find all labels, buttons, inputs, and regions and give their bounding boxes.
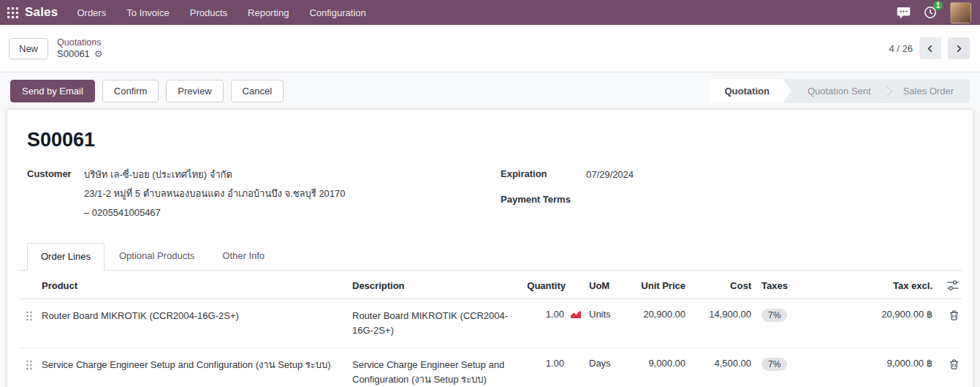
product-cell[interactable]: Router Board MIKROTIK (CCR2004-16G-2S+)	[40, 309, 351, 323]
order-lines-header: Product Description Quantity UoM Unit Pr…	[18, 271, 962, 299]
status-step-quotation[interactable]: Quotation	[709, 79, 791, 103]
customer-field[interactable]: บริษัท เล-ซี่-บอย (ประเทศไทย) จำกัด 23/1…	[84, 168, 346, 220]
description-cell[interactable]: Service Charge Engineer Setup and Config…	[351, 358, 519, 387]
confirm-button[interactable]: Confirm	[102, 80, 159, 102]
cost-cell[interactable]: 14,900.00	[687, 309, 753, 320]
pager-next-button[interactable]	[948, 37, 970, 59]
activity-clock-icon[interactable]: 1	[924, 6, 937, 19]
drag-handle-icon[interactable]	[18, 309, 40, 322]
breadcrumb: Quotations S00061 ⚙	[57, 37, 102, 59]
col-taxes: Taxes	[753, 280, 805, 291]
user-avatar[interactable]	[950, 2, 971, 23]
messages-icon[interactable]	[897, 7, 911, 19]
optional-columns-icon[interactable]	[934, 280, 962, 290]
payment-terms-label: Payment Terms	[501, 193, 586, 205]
order-line-row[interactable]: Router Board MIKROTIK (CCR2004-16G-2S+) …	[18, 299, 962, 348]
cancel-button[interactable]: Cancel	[231, 80, 284, 102]
col-product: Product	[40, 280, 351, 291]
notebook-tabs: Order Lines Optional Products Other Info	[18, 243, 962, 271]
form-sheet: S00061 Customer บริษัท เล-ซี่-บอย (ประเท…	[7, 110, 973, 387]
delete-row-icon[interactable]	[934, 309, 962, 320]
quantity-cell[interactable]: 1.00	[519, 358, 583, 369]
tab-optional-products[interactable]: Optional Products	[106, 243, 208, 271]
customer-name[interactable]: บริษัท เล-ซี่-บอย (ประเทศไทย) จำกัด	[84, 169, 232, 180]
tax-excl-cell: 9,000.00 ฿	[805, 358, 934, 369]
customer-registration: – 0205541005467	[84, 206, 346, 220]
unit-price-cell[interactable]: 20,900.00	[634, 309, 687, 320]
product-cell[interactable]: Service Charge Engineer Setup and Config…	[40, 358, 351, 372]
pager-prev-button[interactable]	[919, 37, 941, 59]
send-by-email-button[interactable]: Send by Email	[10, 80, 95, 102]
statusbar: Quotation Quotation Sent Sales Order	[709, 79, 970, 103]
main-menu: Orders To Invoice Products Reporting Con…	[77, 7, 897, 18]
chevron-left-icon	[927, 45, 934, 53]
nav-configuration[interactable]: Configuration	[309, 7, 365, 18]
quantity-value[interactable]: 1.00	[546, 309, 564, 320]
tax-excl-cell: 20,900.00 ฿	[805, 309, 934, 320]
unit-price-cell[interactable]: 9,000.00	[634, 358, 687, 369]
col-quantity: Quantity	[519, 280, 583, 291]
nav-products[interactable]: Products	[190, 7, 227, 18]
top-navbar: Sales Orders To Invoice Products Reporti…	[0, 0, 980, 25]
expiration-value[interactable]: 07/29/2024	[586, 168, 634, 182]
control-panel: New Quotations S00061 ⚙ 4 / 26	[0, 25, 980, 72]
status-step-quotation-sent[interactable]: Quotation Sent	[791, 79, 887, 103]
delete-row-icon[interactable]	[934, 358, 962, 369]
uom-cell[interactable]: Units	[583, 309, 634, 320]
nav-orders[interactable]: Orders	[77, 7, 106, 18]
chevron-right-icon	[955, 45, 962, 53]
col-tax-excl: Tax excl.	[805, 280, 934, 291]
breadcrumb-current: S00061	[57, 48, 90, 59]
tax-badge[interactable]: 7%	[761, 309, 787, 322]
forecast-chart-icon[interactable]	[564, 309, 582, 320]
action-bar: Send by Email Confirm Preview Cancel Quo…	[0, 72, 980, 110]
tab-other-info[interactable]: Other Info	[209, 243, 278, 271]
record-title: S00061	[27, 129, 962, 151]
pager-count: 4 / 26	[889, 43, 913, 54]
preview-button[interactable]: Preview	[166, 80, 223, 102]
description-cell[interactable]: Router Board MIKROTIK (CCR2004-16G-2S+)	[351, 309, 519, 338]
apps-grid-icon[interactable]	[7, 7, 18, 18]
record-actions-gear-icon[interactable]: ⚙	[94, 49, 103, 59]
customer-label: Customer	[27, 168, 84, 220]
col-unit-price: Unit Price	[634, 280, 687, 291]
uom-cell[interactable]: Days	[583, 358, 634, 369]
tax-badge[interactable]: 7%	[761, 358, 787, 371]
nav-to-invoice[interactable]: To Invoice	[126, 7, 170, 18]
quantity-cell[interactable]: 1.00	[519, 309, 583, 320]
col-uom: UoM	[583, 280, 634, 291]
nav-reporting[interactable]: Reporting	[248, 7, 289, 18]
cost-cell[interactable]: 4,500.00	[687, 358, 753, 369]
col-cost: Cost	[687, 280, 753, 291]
customer-address: 23/1-2 หมู่ที่ 5 ตำบลหนองบอนแดง อำเภอบ้า…	[84, 187, 346, 201]
breadcrumb-quotations-link[interactable]: Quotations	[57, 37, 102, 48]
drag-handle-icon[interactable]	[18, 358, 40, 371]
order-line-row[interactable]: Service Charge Engineer Setup and Config…	[18, 348, 962, 387]
activity-count-badge: 1	[933, 1, 943, 10]
expiration-label: Expiration	[501, 168, 586, 182]
tab-order-lines[interactable]: Order Lines	[27, 243, 105, 271]
quantity-value[interactable]: 1.00	[546, 358, 564, 369]
app-brand[interactable]: Sales	[25, 5, 58, 20]
col-description: Description	[351, 280, 519, 291]
status-step-sales-order[interactable]: Sales Order	[887, 79, 970, 103]
new-button[interactable]: New	[9, 38, 48, 59]
